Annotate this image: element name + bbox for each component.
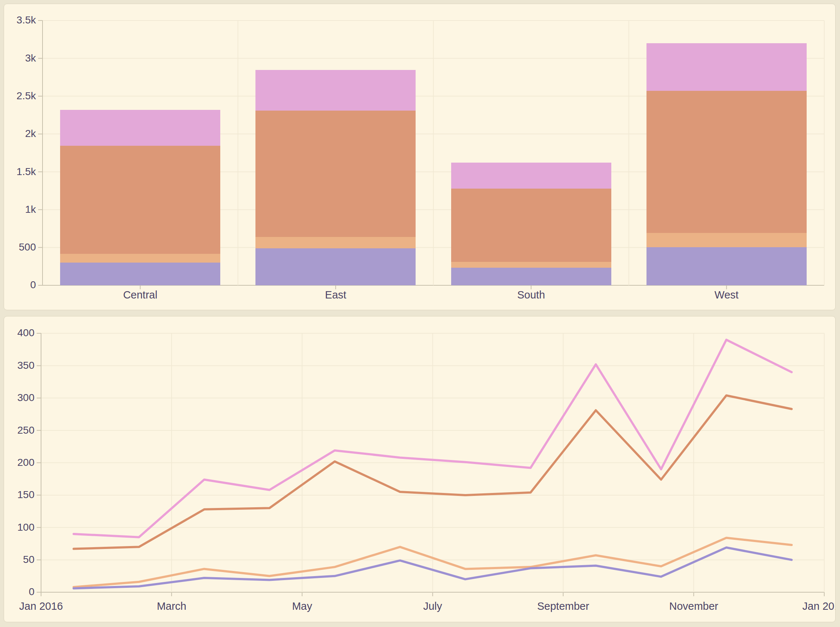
bar-segment-series-purple-central[interactable] bbox=[60, 263, 220, 285]
bar-segment-series-pink-south[interactable] bbox=[451, 162, 611, 188]
y-tick-label: 250 bbox=[17, 424, 35, 436]
bar-segment-series-tan-east[interactable] bbox=[256, 237, 415, 248]
stacked-bar-chart[interactable]: 05001k1.5k2k2.5k3k3.5kCentralEastSouthWe… bbox=[4, 4, 835, 310]
y-tick-label: 50 bbox=[23, 554, 35, 565]
y-tick-label: 3.5k bbox=[16, 14, 36, 26]
y-tick-label: 350 bbox=[17, 360, 35, 371]
line-chart[interactable]: 050100150200250300350400Jan 2016MarchMay… bbox=[4, 317, 835, 622]
bar-segment-series-salmon-east[interactable] bbox=[256, 110, 415, 237]
y-tick-label: 2k bbox=[25, 128, 36, 139]
bar-segment-series-salmon-south[interactable] bbox=[451, 189, 611, 262]
category-label: West bbox=[715, 289, 739, 301]
bar-segment-series-pink-central[interactable] bbox=[60, 110, 220, 146]
x-tick-label: May bbox=[292, 600, 312, 612]
x-tick-label: November bbox=[669, 600, 718, 612]
y-tick-label: 150 bbox=[17, 489, 35, 500]
x-tick-label: September bbox=[537, 600, 589, 612]
y-tick-label: 1.5k bbox=[16, 166, 36, 177]
line-chart-card: 050100150200250300350400Jan 2016MarchMay… bbox=[4, 316, 835, 622]
bar-segment-series-pink-west[interactable] bbox=[646, 43, 807, 91]
x-tick-label: July bbox=[423, 600, 442, 612]
category-label: East bbox=[325, 289, 346, 301]
y-tick-label: 3k bbox=[25, 52, 36, 64]
bar-segment-series-tan-central[interactable] bbox=[60, 254, 220, 263]
bar-segment-series-salmon-west[interactable] bbox=[646, 91, 807, 233]
x-tick-label: Jan 2017 bbox=[802, 600, 835, 612]
y-tick-label: 300 bbox=[17, 392, 35, 403]
stacked-bar-chart-card: 05001k1.5k2k2.5k3k3.5kCentralEastSouthWe… bbox=[4, 4, 835, 310]
bar-segment-series-purple-south[interactable] bbox=[451, 268, 611, 285]
x-tick-label: March bbox=[157, 600, 186, 612]
y-tick-label: 100 bbox=[17, 521, 35, 533]
bar-segment-series-purple-west[interactable] bbox=[646, 247, 807, 285]
bar-segment-series-salmon-central[interactable] bbox=[60, 146, 220, 254]
x-tick-label: Jan 2016 bbox=[19, 600, 63, 612]
y-tick-label: 0 bbox=[28, 586, 35, 597]
bar-segment-series-tan-south[interactable] bbox=[451, 262, 611, 268]
y-tick-label: 2.5k bbox=[16, 90, 36, 101]
y-tick-label: 0 bbox=[30, 279, 36, 290]
y-tick-label: 400 bbox=[17, 327, 35, 339]
category-label: Central bbox=[123, 289, 158, 301]
y-tick-label: 1k bbox=[25, 204, 36, 215]
bar-segment-series-purple-east[interactable] bbox=[256, 248, 415, 285]
category-label: South bbox=[517, 289, 545, 301]
bar-segment-series-pink-east[interactable] bbox=[256, 70, 415, 110]
y-tick-label: 200 bbox=[17, 457, 35, 468]
bar-segment-series-tan-west[interactable] bbox=[646, 233, 807, 247]
y-tick-label: 500 bbox=[19, 241, 36, 253]
